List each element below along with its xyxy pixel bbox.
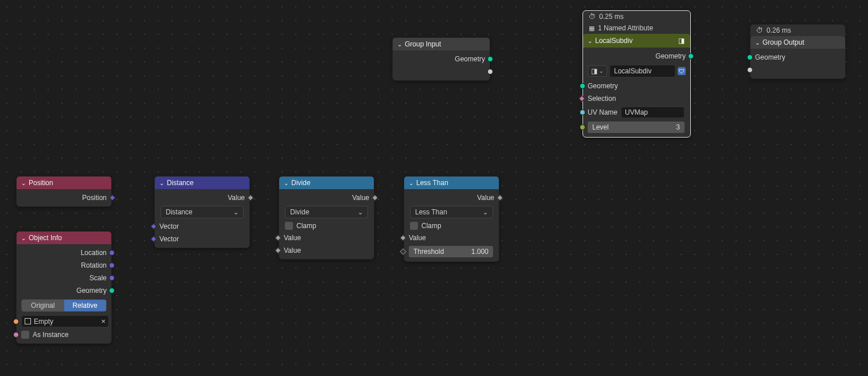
socket-in-uv-name[interactable] bbox=[580, 109, 585, 115]
node-group-input[interactable]: ⌄ Group Input Geometry bbox=[392, 37, 490, 81]
output-label: Value bbox=[477, 194, 494, 202]
node-title: Divide bbox=[291, 179, 310, 187]
input-label: Vector bbox=[159, 235, 179, 243]
node-object-info[interactable]: ⌄ Object Info Location Rotation Scale Ge… bbox=[16, 231, 112, 344]
node-title: Group Output bbox=[763, 38, 804, 46]
operation-dropdown[interactable]: Divide bbox=[285, 206, 368, 218]
attribute-icon bbox=[589, 24, 595, 32]
dropdown-caret-icon: ⌄ bbox=[599, 68, 604, 74]
node-divide[interactable]: ⌄ Divide Value Divide Clamp Value Value bbox=[279, 176, 374, 260]
node-group-picker[interactable]: ⌄ bbox=[588, 65, 607, 77]
uv-name-field[interactable]: UVMap bbox=[621, 107, 685, 118]
socket-out-virtual[interactable] bbox=[487, 69, 493, 75]
level-field[interactable]: Level 3 bbox=[588, 122, 685, 133]
fake-user-toggle[interactable]: 🛡 bbox=[678, 67, 686, 75]
node-group-output[interactable]: 0.26 ms ⌄ Group Output Geometry bbox=[750, 24, 846, 79]
node-title: Less Than bbox=[416, 179, 448, 187]
node-title: Position bbox=[29, 179, 53, 187]
node-distance[interactable]: ⌄ Distance Value Distance Vector Vector bbox=[154, 176, 250, 248]
socket-in-virtual[interactable] bbox=[747, 67, 753, 73]
node-title: Distance bbox=[167, 179, 194, 187]
object-picker[interactable]: Empty × bbox=[21, 315, 109, 327]
clamp-label: Clamp bbox=[296, 222, 316, 230]
as-instance-checkbox[interactable] bbox=[21, 331, 29, 339]
attribute-info: 1 Named Attribute bbox=[583, 22, 690, 34]
socket-in-geometry[interactable] bbox=[747, 54, 753, 60]
clear-icon[interactable]: × bbox=[101, 317, 105, 326]
time-value: 0.26 ms bbox=[767, 26, 791, 34]
socket-in-as-instance[interactable] bbox=[13, 332, 19, 338]
attribute-value: 1 Named Attribute bbox=[598, 24, 653, 32]
node-header[interactable]: ⌄ Divide bbox=[279, 177, 374, 189]
socket-out-geometry[interactable] bbox=[109, 288, 115, 293]
dropdown-value: Distance bbox=[166, 208, 193, 216]
input-label: Selection bbox=[588, 95, 616, 103]
chevron-down-icon: ⌄ bbox=[21, 235, 26, 241]
node-header[interactable]: ⌄ Group Output bbox=[750, 36, 845, 49]
node-less-than[interactable]: ⌄ Less Than Value Less Than Clamp Value … bbox=[404, 176, 499, 262]
node-group-name: LocalSubdiv bbox=[614, 67, 651, 75]
node-position[interactable]: ⌄ Position Position bbox=[16, 176, 112, 207]
output-label: Position bbox=[82, 194, 107, 202]
node-local-subdiv[interactable]: 0.25 ms 1 Named Attribute ⌄ LocalSubdiv … bbox=[582, 10, 691, 138]
uv-label: UV Name bbox=[588, 108, 617, 116]
output-label: Scale bbox=[89, 274, 107, 282]
chevron-down-icon: ⌄ bbox=[284, 180, 288, 186]
node-header[interactable]: ⌄ Object Info bbox=[17, 232, 111, 244]
node-group-edit-icon[interactable] bbox=[677, 36, 686, 45]
node-title: Object Info bbox=[29, 234, 62, 242]
time-value: 0.25 ms bbox=[599, 13, 624, 21]
timer-icon bbox=[756, 26, 763, 34]
socket-out-geometry[interactable] bbox=[688, 53, 694, 59]
toggle-original[interactable]: Original bbox=[22, 300, 64, 311]
toggle-relative[interactable]: Relative bbox=[64, 300, 107, 311]
threshold-field[interactable]: Threshold 1.000 bbox=[409, 246, 493, 257]
clamp-checkbox[interactable] bbox=[285, 222, 293, 230]
node-header[interactable]: ⌄ Distance bbox=[155, 177, 249, 189]
uv-value: UVMap bbox=[625, 108, 648, 116]
socket-in-level[interactable] bbox=[580, 124, 585, 130]
node-title: LocalSubdiv bbox=[595, 37, 632, 45]
chevron-down-icon: ⌄ bbox=[755, 40, 760, 46]
chevron-down-icon: ⌄ bbox=[588, 38, 592, 44]
input-label: Value bbox=[284, 234, 301, 242]
threshold-label: Threshold bbox=[413, 248, 444, 256]
transform-space-toggle[interactable]: Original Relative bbox=[21, 299, 107, 312]
output-label: Geometry bbox=[655, 52, 686, 60]
node-group-name-field[interactable]: LocalSubdiv bbox=[609, 65, 675, 77]
operation-dropdown[interactable]: Distance bbox=[161, 206, 244, 218]
node-header[interactable]: ⌄ LocalSubdiv bbox=[583, 34, 690, 48]
socket-out-scale[interactable] bbox=[109, 275, 115, 281]
node-header[interactable]: ⌄ Less Than bbox=[404, 177, 499, 189]
socket-in-object[interactable] bbox=[13, 319, 19, 324]
dropdown-value: Less Than bbox=[415, 208, 447, 216]
chevron-down-icon: ⌄ bbox=[409, 180, 413, 186]
output-label: Geometry bbox=[76, 287, 107, 295]
output-label: Value bbox=[352, 194, 369, 202]
object-icon bbox=[25, 318, 31, 324]
clamp-label: Clamp bbox=[421, 222, 441, 230]
node-group-icon bbox=[591, 67, 597, 75]
chevron-down-icon: ⌄ bbox=[159, 180, 164, 186]
timing-info: 0.26 ms bbox=[750, 25, 845, 36]
socket-out-rotation[interactable] bbox=[109, 263, 115, 268]
socket-in-geometry[interactable] bbox=[580, 83, 585, 89]
output-label: Value bbox=[228, 194, 245, 202]
clamp-checkbox[interactable] bbox=[410, 222, 418, 230]
node-header[interactable]: ⌄ Group Input bbox=[393, 38, 490, 50]
operation-dropdown[interactable]: Less Than bbox=[410, 206, 493, 218]
level-label: Level bbox=[592, 123, 609, 131]
timer-icon bbox=[589, 13, 596, 21]
node-header[interactable]: ⌄ Position bbox=[17, 177, 111, 189]
output-label: Geometry bbox=[455, 55, 485, 63]
as-instance-label: As Instance bbox=[33, 331, 69, 339]
input-label: Value bbox=[409, 234, 426, 242]
input-label: Geometry bbox=[755, 53, 785, 61]
socket-out-location[interactable] bbox=[109, 250, 115, 256]
chevron-down-icon: ⌄ bbox=[21, 180, 26, 186]
input-label: Value bbox=[284, 246, 301, 254]
input-label: Vector bbox=[159, 222, 179, 230]
object-name: Empty bbox=[34, 318, 53, 326]
socket-out-geometry[interactable] bbox=[487, 56, 493, 62]
node-title: Group Input bbox=[405, 40, 441, 48]
